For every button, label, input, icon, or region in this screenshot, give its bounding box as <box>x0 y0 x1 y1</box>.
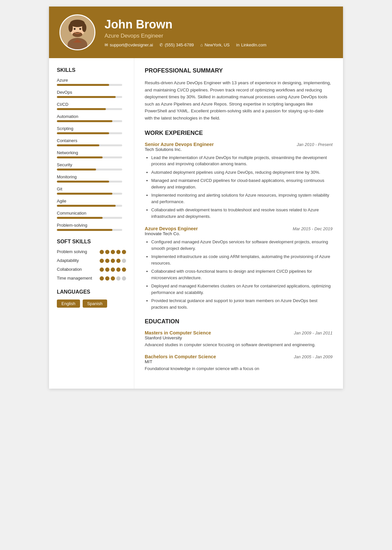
skill-bar <box>57 84 122 86</box>
job-bullet: Collaborated with development teams to t… <box>151 207 333 219</box>
skill-item: Automation <box>57 114 126 122</box>
avatar <box>59 14 95 50</box>
job-company: Innovate Tech Co. <box>145 231 333 236</box>
job-item: Senior Azure Devops Engineer Jan 2010 - … <box>145 142 333 220</box>
edu-school: MIT <box>145 359 333 364</box>
dot-filled <box>116 267 121 272</box>
skill-fill <box>57 120 112 122</box>
soft-skill-item: Collaboration <box>57 267 126 272</box>
header-info: John Brown Azure Devops Engineer ✉ suppo… <box>105 17 333 47</box>
languages-list: EnglishSpanish <box>57 299 126 308</box>
job-item: Azure Devops Engineer Mar 2015 - Dec 201… <box>145 226 333 310</box>
skill-bar <box>57 108 122 110</box>
resume-container: John Brown Azure Devops Engineer ✉ suppo… <box>49 7 343 389</box>
dot-filled <box>105 276 109 281</box>
job-title: Azure Devops Engineer <box>145 226 198 231</box>
work-section: WORK EXPERIENCE Senior Azure Devops Engi… <box>145 130 333 311</box>
lang-badge: English <box>57 299 80 308</box>
skill-fill <box>57 144 99 146</box>
skill-name: Azure <box>57 78 126 83</box>
dot-filled <box>111 259 115 263</box>
dot-filled <box>100 259 104 263</box>
edu-school: Stanford University <box>145 335 333 340</box>
edu-desc: Advanced studies in computer science foc… <box>145 342 333 348</box>
dots <box>100 259 126 263</box>
skill-fill <box>57 84 109 86</box>
skill-fill <box>57 132 109 134</box>
skill-fill <box>57 193 112 195</box>
svg-point-7 <box>74 28 76 30</box>
phone-text: (555) 345-6789 <box>165 42 194 47</box>
skill-bar <box>57 132 122 134</box>
dot-empty <box>116 276 121 281</box>
skill-item: CI/CD <box>57 102 126 110</box>
main-content: PROFESSIONAL SUMMARY Results-driven Azur… <box>134 58 343 389</box>
skill-bar <box>57 96 122 98</box>
skill-fill <box>57 156 103 158</box>
skills-list: Azure DevOps CI/CD Automation Scripting … <box>57 78 126 231</box>
body: SKILLS Azure DevOps CI/CD Automation Scr… <box>49 58 343 389</box>
skill-name: Monitoring <box>57 174 126 179</box>
dot-filled <box>122 250 126 254</box>
soft-skill-name: Collaboration <box>57 267 93 272</box>
job-bullet: Implemented monitoring and alerting solu… <box>151 192 333 205</box>
skill-item: Monitoring <box>57 174 126 183</box>
work-title: WORK EXPERIENCE <box>145 130 333 137</box>
skill-name: Communication <box>57 211 126 216</box>
job-title: Senior Azure Devops Engineer <box>145 142 214 147</box>
soft-skills-list: Problem solving Adaptability Collaborati… <box>57 249 126 281</box>
contact-phone: ✆ (555) 345-6789 <box>159 42 194 47</box>
skill-bar <box>57 193 122 195</box>
skill-name: Networking <box>57 150 126 155</box>
job-bullet: Managed and maintained CI/CD pipelines f… <box>151 177 333 190</box>
contact-location: ⌂ NewYork, US <box>200 42 230 47</box>
skill-name: Automation <box>57 114 126 119</box>
skill-bar <box>57 205 122 207</box>
job-bullets: Configured and managed Azure DevOps serv… <box>145 239 333 310</box>
skill-bar <box>57 217 122 219</box>
svg-point-4 <box>69 24 73 32</box>
location-icon: ⌂ <box>200 42 203 47</box>
edu-date: Jan 2005 - Jan 2009 <box>294 354 333 359</box>
summary-text: Results-driven Azure DevOps Engineer wit… <box>145 79 333 122</box>
skill-bar <box>57 169 122 170</box>
edu-header: Masters in Computer Science Jan 2009 - J… <box>145 330 333 335</box>
skill-item: Problem-solving <box>57 223 126 231</box>
job-bullet: Provided technical guidance and support … <box>151 298 333 310</box>
skills-title: SKILLS <box>57 67 126 73</box>
skill-item: Agile <box>57 199 126 207</box>
skill-item: Security <box>57 162 126 170</box>
education-title: EDUCATION <box>145 318 333 326</box>
job-bullets: Lead the implementation of Azure DevOps … <box>145 154 333 220</box>
skill-bar <box>57 156 122 158</box>
dots <box>100 250 126 254</box>
job-company: Tech Solutions Inc. <box>145 147 333 152</box>
job-bullet: Lead the implementation of Azure DevOps … <box>151 154 333 167</box>
skill-bar <box>57 181 122 183</box>
skill-item: Communication <box>57 211 126 219</box>
job-date: Jan 2010 - Present <box>297 142 333 147</box>
skill-item: Azure <box>57 78 126 86</box>
job-bullet: Collaborated with cross-functional teams… <box>151 268 333 281</box>
job-bullet: Deployed and managed Kubernetes clusters… <box>151 283 333 296</box>
lang-badge: Spanish <box>83 299 107 308</box>
edu-degree: Bachelors in Computer Science <box>145 354 216 359</box>
skill-bar <box>57 229 122 231</box>
skill-item: Scripting <box>57 126 126 134</box>
education-item: Bachelors in Computer Science Jan 2005 -… <box>145 354 333 372</box>
dot-filled <box>105 267 109 272</box>
skill-fill <box>57 217 103 219</box>
skill-bar <box>57 120 122 122</box>
linkedin-icon: in <box>236 42 239 47</box>
dot-filled <box>111 267 115 272</box>
skill-name: Agile <box>57 199 126 203</box>
education-section: EDUCATION Masters in Computer Science Ja… <box>145 318 333 372</box>
soft-skill-item: Adaptability <box>57 258 126 264</box>
dots <box>100 276 126 281</box>
sidebar: SKILLS Azure DevOps CI/CD Automation Scr… <box>49 58 134 389</box>
soft-skill-item: Time management <box>57 276 126 281</box>
skill-item: Containers <box>57 138 126 146</box>
dot-filled <box>111 250 115 254</box>
edu-date: Jan 2009 - Jan 2011 <box>294 331 333 335</box>
dot-filled <box>122 267 126 272</box>
